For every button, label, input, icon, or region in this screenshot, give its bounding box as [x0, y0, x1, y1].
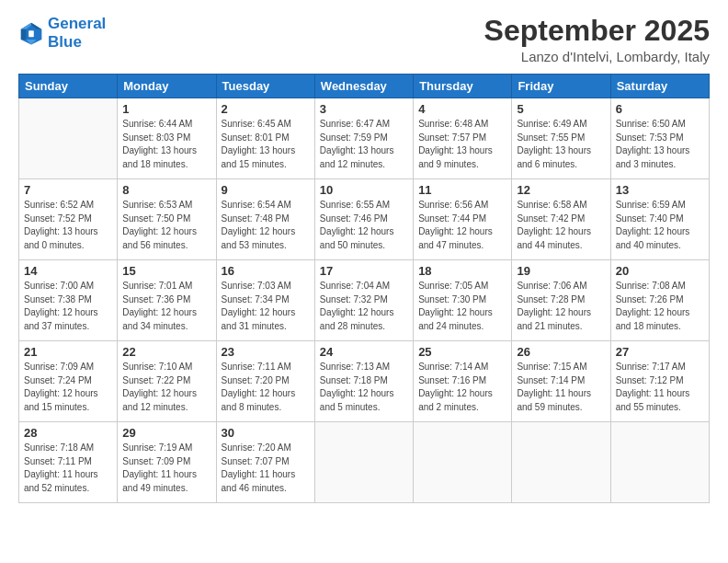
day-info: Sunrise: 7:18 AMSunset: 7:11 PMDaylight:…	[24, 442, 112, 495]
day-info: Sunrise: 7:11 AMSunset: 7:20 PMDaylight:…	[222, 361, 310, 414]
table-row	[314, 422, 413, 503]
day-number: 10	[320, 183, 408, 197]
header-friday: Friday	[512, 75, 610, 98]
day-info: Sunrise: 6:58 AMSunset: 7:42 PMDaylight:…	[517, 199, 605, 252]
table-row	[512, 422, 610, 503]
day-info: Sunrise: 7:10 AMSunset: 7:22 PMDaylight:…	[122, 361, 210, 414]
day-info: Sunrise: 7:19 AMSunset: 7:09 PMDaylight:…	[122, 442, 210, 495]
table-row: 9Sunrise: 6:54 AMSunset: 7:48 PMDaylight…	[216, 179, 314, 260]
day-number: 14	[24, 264, 112, 278]
day-info: Sunrise: 6:49 AMSunset: 7:55 PMDaylight:…	[517, 118, 605, 171]
calendar-title: September 2025	[484, 15, 710, 47]
header-monday: Monday	[118, 75, 216, 98]
day-number: 2	[222, 102, 310, 116]
calendar-table: Sunday Monday Tuesday Wednesday Thursday…	[18, 74, 710, 503]
day-info: Sunrise: 6:47 AMSunset: 7:59 PMDaylight:…	[320, 118, 408, 171]
table-row: 22Sunrise: 7:10 AMSunset: 7:22 PMDayligh…	[118, 341, 216, 422]
header-wednesday: Wednesday	[314, 75, 413, 98]
day-number: 27	[616, 345, 704, 359]
day-number: 6	[616, 102, 704, 116]
logo-icon	[18, 20, 44, 46]
table-row: 2Sunrise: 6:45 AMSunset: 8:01 PMDaylight…	[216, 98, 314, 179]
table-row: 16Sunrise: 7:03 AMSunset: 7:34 PMDayligh…	[216, 260, 314, 341]
table-row	[610, 422, 709, 503]
table-row: 24Sunrise: 7:13 AMSunset: 7:18 PMDayligh…	[314, 341, 413, 422]
day-info: Sunrise: 7:13 AMSunset: 7:18 PMDaylight:…	[320, 361, 408, 414]
table-row: 20Sunrise: 7:08 AMSunset: 7:26 PMDayligh…	[610, 260, 709, 341]
day-number: 15	[122, 264, 210, 278]
table-row: 8Sunrise: 6:53 AMSunset: 7:50 PMDaylight…	[118, 179, 216, 260]
day-info: Sunrise: 6:54 AMSunset: 7:48 PMDaylight:…	[222, 199, 310, 252]
day-info: Sunrise: 7:09 AMSunset: 7:24 PMDaylight:…	[24, 361, 112, 414]
day-info: Sunrise: 6:45 AMSunset: 8:01 PMDaylight:…	[222, 118, 310, 171]
day-number: 5	[517, 102, 605, 116]
day-number: 3	[320, 102, 408, 116]
day-number: 13	[616, 183, 704, 197]
day-number: 26	[517, 345, 605, 359]
svg-marker-3	[21, 29, 27, 39]
svg-marker-4	[37, 29, 42, 39]
day-number: 28	[24, 426, 112, 440]
table-row	[414, 422, 512, 503]
table-row: 13Sunrise: 6:59 AMSunset: 7:40 PMDayligh…	[610, 179, 709, 260]
table-row: 1Sunrise: 6:44 AMSunset: 8:03 PMDaylight…	[118, 98, 216, 179]
day-number: 16	[222, 264, 310, 278]
day-number: 23	[222, 345, 310, 359]
table-row: 15Sunrise: 7:01 AMSunset: 7:36 PMDayligh…	[118, 260, 216, 341]
day-info: Sunrise: 7:06 AMSunset: 7:28 PMDaylight:…	[517, 280, 605, 333]
logo-text: General Blue	[48, 15, 106, 51]
day-number: 29	[122, 426, 210, 440]
day-number: 7	[24, 183, 112, 197]
day-info: Sunrise: 6:59 AMSunset: 7:40 PMDaylight:…	[616, 199, 704, 252]
day-number: 11	[418, 183, 506, 197]
day-info: Sunrise: 7:03 AMSunset: 7:34 PMDaylight:…	[222, 280, 310, 333]
day-info: Sunrise: 6:52 AMSunset: 7:52 PMDaylight:…	[24, 199, 112, 252]
table-row: 11Sunrise: 6:56 AMSunset: 7:44 PMDayligh…	[414, 179, 512, 260]
day-number: 9	[222, 183, 310, 197]
day-number: 12	[517, 183, 605, 197]
header-saturday: Saturday	[610, 75, 709, 98]
table-row: 25Sunrise: 7:14 AMSunset: 7:16 PMDayligh…	[414, 341, 512, 422]
table-row: 10Sunrise: 6:55 AMSunset: 7:46 PMDayligh…	[314, 179, 413, 260]
table-row: 17Sunrise: 7:04 AMSunset: 7:32 PMDayligh…	[314, 260, 413, 341]
day-number: 30	[222, 426, 310, 440]
table-row	[19, 98, 118, 179]
page: General Blue September 2025 Lanzo d'Inte…	[0, 0, 728, 563]
day-number: 25	[418, 345, 506, 359]
header-tuesday: Tuesday	[216, 75, 314, 98]
weekday-header-row: Sunday Monday Tuesday Wednesday Thursday…	[19, 75, 710, 98]
day-info: Sunrise: 7:17 AMSunset: 7:12 PMDaylight:…	[616, 361, 704, 414]
day-number: 8	[122, 183, 210, 197]
svg-rect-6	[28, 30, 34, 37]
day-number: 4	[418, 102, 506, 116]
table-row: 21Sunrise: 7:09 AMSunset: 7:24 PMDayligh…	[19, 341, 118, 422]
day-number: 17	[320, 264, 408, 278]
day-number: 18	[418, 264, 506, 278]
day-number: 21	[24, 345, 112, 359]
day-info: Sunrise: 6:50 AMSunset: 7:53 PMDaylight:…	[616, 118, 704, 171]
table-row: 14Sunrise: 7:00 AMSunset: 7:38 PMDayligh…	[19, 260, 118, 341]
table-row: 29Sunrise: 7:19 AMSunset: 7:09 PMDayligh…	[118, 422, 216, 503]
day-info: Sunrise: 6:44 AMSunset: 8:03 PMDaylight:…	[122, 118, 210, 171]
table-row: 4Sunrise: 6:48 AMSunset: 7:57 PMDaylight…	[414, 98, 512, 179]
day-number: 24	[320, 345, 408, 359]
table-row: 23Sunrise: 7:11 AMSunset: 7:20 PMDayligh…	[216, 341, 314, 422]
day-info: Sunrise: 7:15 AMSunset: 7:14 PMDaylight:…	[517, 361, 605, 414]
table-row: 3Sunrise: 6:47 AMSunset: 7:59 PMDaylight…	[314, 98, 413, 179]
day-info: Sunrise: 7:01 AMSunset: 7:36 PMDaylight:…	[122, 280, 210, 333]
title-block: September 2025 Lanzo d'Intelvi, Lombardy…	[484, 15, 710, 64]
calendar-subtitle: Lanzo d'Intelvi, Lombardy, Italy	[484, 49, 710, 64]
day-info: Sunrise: 7:04 AMSunset: 7:32 PMDaylight:…	[320, 280, 408, 333]
table-row: 7Sunrise: 6:52 AMSunset: 7:52 PMDaylight…	[19, 179, 118, 260]
day-number: 20	[616, 264, 704, 278]
table-row: 26Sunrise: 7:15 AMSunset: 7:14 PMDayligh…	[512, 341, 610, 422]
logo: General Blue	[18, 15, 106, 51]
day-info: Sunrise: 7:05 AMSunset: 7:30 PMDaylight:…	[418, 280, 506, 333]
table-row: 19Sunrise: 7:06 AMSunset: 7:28 PMDayligh…	[512, 260, 610, 341]
day-info: Sunrise: 7:14 AMSunset: 7:16 PMDaylight:…	[418, 361, 506, 414]
day-info: Sunrise: 7:08 AMSunset: 7:26 PMDaylight:…	[616, 280, 704, 333]
day-number: 19	[517, 264, 605, 278]
day-info: Sunrise: 7:20 AMSunset: 7:07 PMDaylight:…	[222, 442, 310, 495]
table-row: 30Sunrise: 7:20 AMSunset: 7:07 PMDayligh…	[216, 422, 314, 503]
header-thursday: Thursday	[414, 75, 512, 98]
